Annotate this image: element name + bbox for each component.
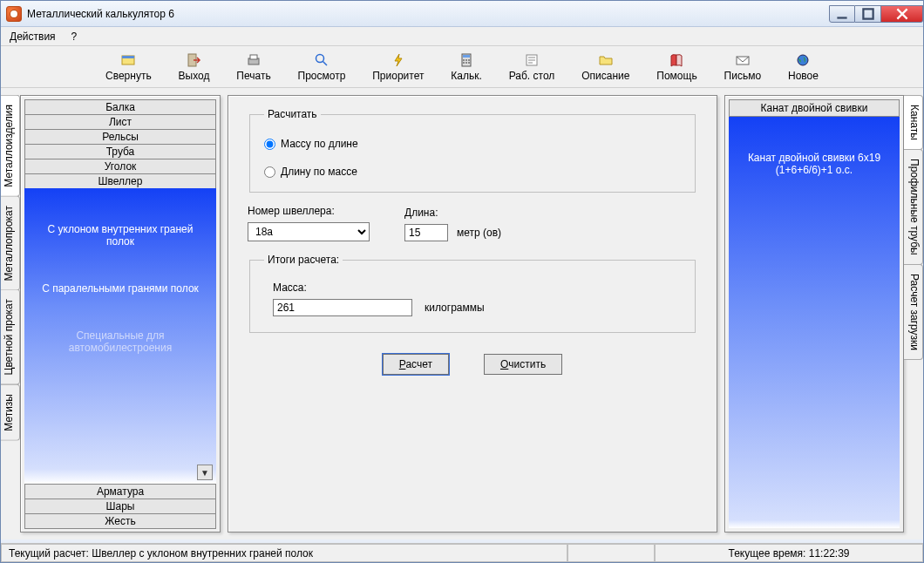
- tab-metalloizdeliya[interactable]: Металлоизделия: [1, 95, 20, 197]
- menu-actions[interactable]: Действия: [6, 29, 59, 44]
- svg-point-7: [316, 54, 323, 62]
- toolbar-label: Свернуть: [105, 70, 152, 82]
- shveller-sublist: С уклоном внутренних граней полок С пара…: [24, 188, 216, 484]
- close-button[interactable]: [881, 5, 923, 23]
- results-legend: Итоги расчета:: [264, 254, 343, 266]
- length-unit: метр (ов): [457, 227, 501, 239]
- toolbar-desktop[interactable]: Раб. стол: [509, 52, 555, 82]
- maximize-button[interactable]: [855, 5, 881, 23]
- minimize-button[interactable]: [829, 5, 855, 23]
- calc-fieldset: Расчитать Массу по длине Длину по массе: [249, 108, 696, 193]
- length-input[interactable]: [404, 224, 448, 241]
- item-zhest[interactable]: Жесть: [24, 513, 216, 529]
- item-shary[interactable]: Шары: [24, 499, 216, 514]
- toolbar-label: Новое: [788, 70, 819, 82]
- toolbar-label: Письмо: [724, 70, 762, 82]
- tab-cvetnoy-prokat[interactable]: Цветной прокат: [1, 289, 20, 385]
- titlebar: Металлический калькулятор 6: [1, 1, 923, 27]
- radio-len-label: Длину по массе: [281, 166, 357, 178]
- toolbar-help[interactable]: Помощь: [656, 52, 696, 82]
- svg-rect-6: [250, 55, 257, 59]
- calculator-icon: [459, 52, 474, 68]
- toolbar-label: Выход: [179, 70, 210, 82]
- right-line1[interactable]: Канат двойной свивки 6x19: [748, 152, 880, 164]
- status-left: Текущий расчет: Швеллер с уклоном внутре…: [1, 544, 567, 562]
- toolbar-description[interactable]: Описание: [581, 52, 629, 82]
- item-list[interactable]: Лист: [24, 114, 216, 130]
- svg-rect-13: [463, 62, 465, 64]
- clear-button[interactable]: Очистить: [484, 354, 562, 375]
- toolbar-label: Кальк.: [451, 70, 482, 82]
- toolbar-calc[interactable]: Кальк.: [451, 52, 482, 82]
- note-icon: [524, 52, 540, 68]
- length-input-row: метр (ов): [404, 224, 501, 241]
- item-ugolok[interactable]: Уголок: [24, 159, 216, 174]
- exit-icon: [186, 52, 201, 68]
- radio-length-by-mass[interactable]: [264, 166, 275, 178]
- button-row: Расчет Очистить: [248, 354, 697, 375]
- radio-mass-label: Массу по длине: [281, 138, 358, 150]
- print-icon: [246, 52, 262, 68]
- svg-rect-12: [468, 59, 470, 61]
- toolbar-priority[interactable]: Приоритет: [372, 52, 424, 82]
- center-panel: Расчитать Массу по длине Длину по массе …: [228, 95, 717, 532]
- toolbar-print[interactable]: Печать: [236, 52, 270, 82]
- left-tabs: Металлоизделия Металлопрокат Цветной про…: [1, 88, 20, 539]
- tab-kanaty[interactable]: Канаты: [904, 95, 923, 150]
- svg-point-18: [798, 55, 808, 65]
- item-balka[interactable]: Балка: [24, 99, 216, 115]
- item-shveller[interactable]: Швеллер: [24, 173, 216, 189]
- minimize-icon: [834, 6, 850, 22]
- svg-rect-9: [463, 55, 470, 58]
- menu-help[interactable]: ?: [68, 29, 81, 44]
- toolbar-new[interactable]: Новое: [788, 52, 819, 82]
- svg-rect-0: [837, 17, 846, 18]
- radio-mass-by-length[interactable]: [264, 139, 275, 150]
- radio-row-len: Длину по массе: [264, 166, 681, 178]
- right-tabs: Канаты Профильные трубы Расчет загрузки: [904, 88, 923, 539]
- toolbar-letter[interactable]: Письмо: [724, 52, 762, 82]
- right-line2[interactable]: (1+6+6/6)+1 о.с.: [776, 164, 853, 176]
- toolbar: Свернуть Выход Печать Просмотр Приоритет…: [1, 46, 923, 88]
- menubar: Действия ?: [1, 27, 923, 46]
- close-icon: [894, 6, 910, 22]
- toolbar-label: Помощь: [656, 70, 696, 82]
- shveller-select[interactable]: 18а: [248, 222, 370, 241]
- sublist-auto[interactable]: Специальные для автомобилестроения: [33, 329, 207, 354]
- item-relsy[interactable]: Рельсы: [24, 129, 216, 145]
- tab-profilnye-truby[interactable]: Профильные трубы: [904, 149, 923, 265]
- mass-output[interactable]: [273, 299, 412, 316]
- maximize-icon: [860, 6, 876, 22]
- window-icon: [120, 52, 136, 68]
- window-buttons: [829, 5, 923, 23]
- chevron-down-icon: ▼: [200, 468, 209, 478]
- shveller-label: Номер швеллера:: [248, 205, 370, 217]
- item-armatura[interactable]: Арматура: [24, 484, 216, 499]
- status-right: Текущее время: 11:22:39: [655, 544, 923, 562]
- svg-rect-15: [468, 62, 470, 64]
- shveller-col: Номер швеллера: 18а: [248, 205, 370, 241]
- toolbar-label: Раб. стол: [509, 70, 555, 82]
- sublist-parallel[interactable]: С паралельными гранями полок: [42, 282, 199, 295]
- sublist-uklon[interactable]: С уклоном внутренних граней полок: [33, 223, 207, 248]
- left-panel: Балка Лист Рельсы Труба Уголок Швеллер С…: [20, 95, 221, 532]
- status-mid: [567, 544, 655, 562]
- tab-raschet-zagruzki[interactable]: Расчет загрузки: [904, 264, 923, 360]
- tab-metizy[interactable]: Метизы: [1, 384, 20, 441]
- item-truba[interactable]: Труба: [24, 144, 216, 159]
- svg-rect-10: [463, 59, 465, 61]
- tab-metalloprokat[interactable]: Металлопрокат: [1, 196, 20, 291]
- app-window: Металлический калькулятор 6 Действия ? С…: [0, 0, 924, 563]
- statusbar: Текущий расчет: Швеллер с уклоном внутре…: [1, 543, 923, 562]
- scroll-down-button[interactable]: ▼: [197, 465, 213, 480]
- calc-button-rest: асчет: [405, 358, 432, 370]
- svg-rect-11: [465, 59, 467, 61]
- mass-label: Масса:: [273, 282, 672, 294]
- book-icon: [669, 52, 684, 68]
- toolbar-exit[interactable]: Выход: [179, 52, 210, 82]
- toolbar-collapse[interactable]: Свернуть: [105, 52, 152, 82]
- svg-rect-14: [465, 62, 467, 64]
- calc-button[interactable]: Расчет: [383, 354, 449, 375]
- right-header[interactable]: Канат двойной свивки: [729, 99, 900, 117]
- toolbar-preview[interactable]: Просмотр: [298, 52, 346, 82]
